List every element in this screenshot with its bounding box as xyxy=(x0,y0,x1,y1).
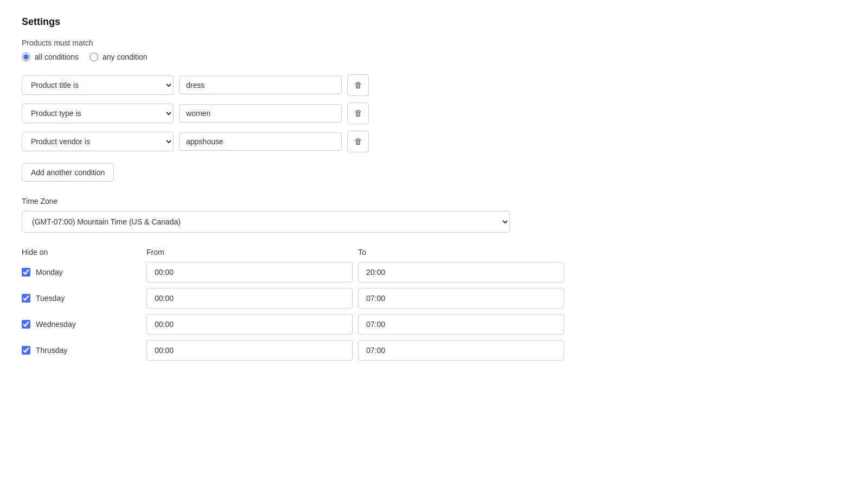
day-wednesday-label: Wednesday xyxy=(36,320,76,329)
delete-condition-1-button[interactable] xyxy=(347,74,369,96)
radio-any-input[interactable] xyxy=(90,53,98,61)
day-tuesday: Tuesday xyxy=(22,294,141,303)
checkbox-wednesday[interactable] xyxy=(22,320,30,329)
checkbox-thursday[interactable] xyxy=(22,346,30,355)
thursday-from-input[interactable] xyxy=(146,340,353,361)
day-tuesday-label: Tuesday xyxy=(36,294,65,303)
schedule-header: Hide on From To xyxy=(22,248,564,256)
page-title: Settings xyxy=(22,16,846,28)
tuesday-from-input[interactable] xyxy=(146,288,353,309)
day-wednesday: Wednesday xyxy=(22,320,141,329)
match-options-group: all conditions any condition xyxy=(22,53,846,61)
monday-from-input[interactable] xyxy=(146,262,353,282)
radio-any-label: any condition xyxy=(103,53,148,61)
condition-input-2[interactable] xyxy=(179,104,342,123)
trash-icon-3 xyxy=(354,137,362,146)
monday-to-input[interactable] xyxy=(358,262,564,282)
condition-select-1[interactable]: Product title is Product type is Product… xyxy=(22,75,174,95)
checkbox-monday[interactable] xyxy=(22,268,30,277)
schedule-row-thursday: Thrusday xyxy=(22,340,564,361)
thursday-to-input[interactable] xyxy=(358,340,564,361)
wednesday-to-input[interactable] xyxy=(358,314,564,335)
trash-icon-1 xyxy=(354,80,362,90)
tuesday-to-input[interactable] xyxy=(358,288,564,309)
condition-input-1[interactable] xyxy=(179,76,342,94)
radio-all-label: all conditions xyxy=(35,53,79,61)
timezone-select[interactable]: (GMT-12:00) International Date Line West… xyxy=(22,211,510,233)
condition-row-2: Product title is Product type is Product… xyxy=(22,102,846,124)
wednesday-from-input[interactable] xyxy=(146,314,353,335)
condition-input-3[interactable] xyxy=(179,132,342,151)
condition-select-3[interactable]: Product title is Product type is Product… xyxy=(22,132,174,151)
condition-row-1: Product title is Product type is Product… xyxy=(22,74,846,96)
radio-all-conditions[interactable]: all conditions xyxy=(22,53,79,61)
delete-condition-3-button[interactable] xyxy=(347,131,369,152)
products-must-match-label: Products must match xyxy=(22,38,846,47)
checkbox-tuesday[interactable] xyxy=(22,294,30,303)
radio-any-condition[interactable]: any condition xyxy=(90,53,148,61)
day-monday-label: Monday xyxy=(36,268,63,277)
from-header: From xyxy=(146,248,353,256)
schedule-row-tuesday: Tuesday xyxy=(22,288,564,309)
condition-select-2[interactable]: Product title is Product type is Product… xyxy=(22,104,174,123)
radio-all-input[interactable] xyxy=(22,53,30,61)
day-thursday: Thrusday xyxy=(22,346,141,355)
hide-on-header: Hide on xyxy=(22,248,141,256)
delete-condition-2-button[interactable] xyxy=(347,102,369,124)
conditions-container: Product title is Product type is Product… xyxy=(22,74,846,152)
schedule-rows: Monday Tuesday Wednesday Thrusday xyxy=(22,262,846,361)
add-condition-button[interactable]: Add another condition xyxy=(22,163,114,182)
to-header: To xyxy=(358,248,564,256)
schedule-row-wednesday: Wednesday xyxy=(22,314,564,335)
schedule-row-monday: Monday xyxy=(22,262,564,282)
trash-icon-2 xyxy=(354,108,362,118)
condition-row-3: Product title is Product type is Product… xyxy=(22,131,846,152)
timezone-label: Time Zone xyxy=(22,197,846,206)
day-thursday-label: Thrusday xyxy=(36,346,67,355)
day-monday: Monday xyxy=(22,268,141,277)
